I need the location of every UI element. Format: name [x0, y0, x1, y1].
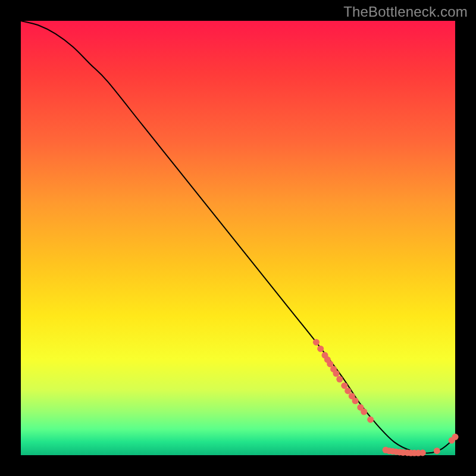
chart-svg: [21, 21, 455, 455]
data-point: [434, 447, 440, 454]
bottleneck-curve: [21, 21, 455, 453]
watermark-text: TheBottleneck.com: [343, 4, 468, 20]
data-point: [345, 387, 351, 394]
data-point: [361, 409, 367, 415]
chart-frame: TheBottleneck.com: [0, 0, 476, 476]
data-point: [452, 434, 459, 440]
data-point: [419, 449, 426, 456]
data-point: [367, 416, 374, 423]
data-point: [336, 376, 343, 383]
data-point: [313, 339, 320, 346]
plot-area: [21, 21, 455, 455]
data-point: [333, 370, 339, 377]
data-points: [313, 339, 459, 456]
data-point: [352, 397, 359, 404]
data-point: [317, 346, 324, 352]
